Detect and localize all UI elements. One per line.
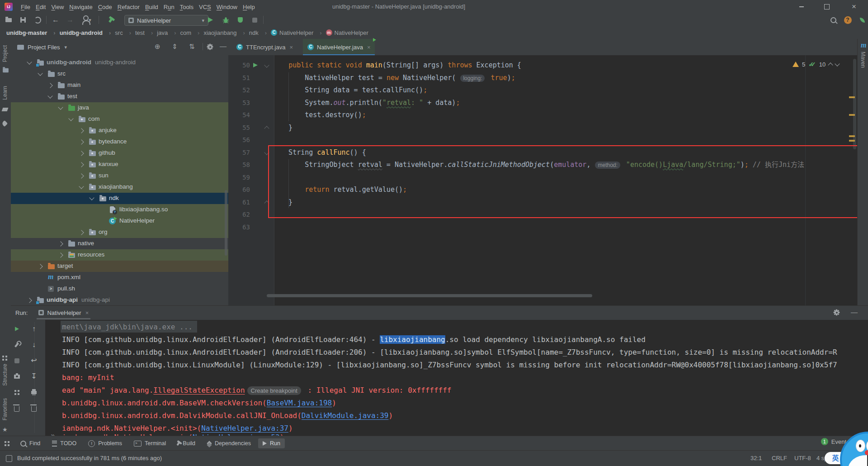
tool-windows-grid-icon[interactable] <box>5 441 9 446</box>
build-project-button[interactable] <box>105 14 117 26</box>
close-icon[interactable]: × <box>367 44 371 51</box>
fold-icon[interactable] <box>264 126 269 131</box>
gear-icon[interactable] <box>208 45 212 49</box>
down-stack-trace-button[interactable]: ↓ <box>29 340 39 350</box>
locate-file-button[interactable]: ⊕ <box>155 43 160 50</box>
tree-item-unidbg-android[interactable]: unidbg-androidunidbg-android <box>11 57 228 68</box>
edit-configuration-button[interactable] <box>12 340 22 350</box>
breadcrumb-item[interactable]: test <box>134 29 156 36</box>
tree-item-sun[interactable]: sun <box>11 170 228 181</box>
breadcrumb-item[interactable]: java <box>156 29 179 36</box>
menu-view[interactable]: View <box>48 4 66 10</box>
tree-scrollbar[interactable] <box>225 190 227 256</box>
encoding-indicator[interactable]: UTF-8 <box>794 455 811 461</box>
menu-file[interactable]: File <box>18 4 33 10</box>
soft-wrap-button[interactable]: ↩ <box>29 356 39 366</box>
tree-item-anjuke[interactable]: anjuke <box>11 125 228 136</box>
menu-help[interactable]: Help <box>240 4 258 10</box>
run-tab-nativehelper[interactable]: NativeHelper × <box>35 306 92 319</box>
debug-button[interactable] <box>220 14 231 26</box>
tree-item-ndk[interactable]: ndk <box>11 193 228 204</box>
tree-item-kanxue[interactable]: kanxue <box>11 159 228 170</box>
toolbar-find[interactable]: Find <box>16 438 45 448</box>
tab-nativehelper-java[interactable]: C NativeHelper.java × <box>303 39 375 55</box>
scroll-to-end-button[interactable]: ↧ <box>29 371 39 381</box>
breadcrumb-item[interactable]: unidbg-master <box>5 29 59 36</box>
error-stripe-mark[interactable] <box>849 96 855 98</box>
search-everywhere-button[interactable] <box>827 14 839 26</box>
tree-item-xiaojianbang[interactable]: xiaojianbang <box>11 181 228 193</box>
menu-refactor[interactable]: Refactor <box>115 4 142 10</box>
dump-threads-button[interactable] <box>12 371 22 381</box>
hide-panel-button[interactable]: — <box>220 43 226 49</box>
error-stripe-mark[interactable] <box>849 114 855 116</box>
fold-icon[interactable] <box>264 62 269 67</box>
run-with-coverage-button[interactable] <box>234 14 246 26</box>
sync-button[interactable] <box>32 14 43 26</box>
forward-button[interactable]: → <box>64 14 76 26</box>
breadcrumb-item[interactable]: ndk <box>248 29 270 36</box>
toolbar-run[interactable]: Run <box>258 438 285 448</box>
hide-panel-button[interactable]: — <box>851 309 858 315</box>
profile-button[interactable]: ▾ <box>81 14 93 26</box>
tool-stripe-learn[interactable]: Learn <box>2 86 8 100</box>
error-stripe-mark[interactable] <box>849 140 855 142</box>
ide-features-trainer-button[interactable] <box>856 14 868 26</box>
toolbar-problems[interactable]: !Problems <box>84 438 127 449</box>
menu-edit[interactable]: Edit <box>33 4 48 10</box>
tree-item-github[interactable]: github <box>11 147 228 159</box>
caret-position[interactable]: 32:1 <box>750 455 762 461</box>
tree-item-nativehelper-class[interactable]: CNativeHelper <box>11 215 228 227</box>
toolbar-terminal[interactable]: >Terminal <box>129 438 170 448</box>
tree-item-src[interactable]: src <box>11 68 228 80</box>
toolbar-dependencies[interactable]: Dependencies <box>203 438 255 448</box>
menu-vcs[interactable]: VCS <box>196 4 214 10</box>
inspections-widget[interactable]: 5 ✓✓ 10 <box>793 61 839 68</box>
breadcrumb-item-method[interactable]: mNativeHelper <box>325 29 369 36</box>
restore-layout-button[interactable] <box>12 387 22 397</box>
tool-stripe-maven[interactable]: Maven <box>860 52 866 68</box>
prev-problem-icon[interactable] <box>828 62 833 67</box>
clear-all-button[interactable] <box>12 403 22 413</box>
tree-item-target[interactable]: target <box>11 261 228 272</box>
expand-all-button[interactable]: ⇕ <box>172 43 178 50</box>
collapse-all-button[interactable]: ⇅ <box>189 43 195 50</box>
stop-process-button[interactable] <box>12 356 22 366</box>
breadcrumb-item[interactable]: unidbg-android <box>59 29 114 36</box>
menu-tools[interactable]: Tools <box>177 4 196 10</box>
minimize-button[interactable] <box>794 0 809 14</box>
menu-code[interactable]: Code <box>95 4 115 10</box>
up-stack-trace-button[interactable]: ↑ <box>29 324 39 334</box>
line-ending-indicator[interactable]: CRLF <box>772 455 787 461</box>
breadcrumb-item[interactable]: src <box>114 29 134 36</box>
stop-button[interactable] <box>249 14 260 26</box>
run-configuration-select[interactable]: NativeHelper ▾ <box>124 15 208 26</box>
menu-build[interactable]: Build <box>142 4 161 10</box>
save-all-button[interactable] <box>17 14 29 26</box>
toolbar-build[interactable]: Build <box>173 438 200 448</box>
print-button[interactable] <box>29 387 39 397</box>
tree-item-org[interactable]: org <box>11 227 228 238</box>
breadcrumb-item-class[interactable]: CNativeHelper <box>270 29 325 36</box>
tree-item-java[interactable]: java <box>11 102 228 114</box>
tool-stripe-project[interactable]: Project <box>2 45 8 62</box>
tool-stripe-favorites[interactable]: Favorites <box>2 398 8 420</box>
tree-item-resources[interactable]: resources <box>11 249 228 261</box>
code-editor[interactable]: 50 public static void main(String[] args… <box>228 55 857 305</box>
tree-item-pom-xml[interactable]: mpom.xml <box>11 272 228 283</box>
menu-window[interactable]: Window <box>214 4 240 10</box>
tree-item-main[interactable]: main <box>11 80 228 91</box>
tree-item-test[interactable]: test <box>11 91 228 102</box>
tree-item-libxiaojianbang-so[interactable]: libxiaojianbang.so <box>11 204 228 215</box>
tab-ttencrypt-java[interactable]: C TTEncrypt.java × <box>232 39 297 55</box>
breadcrumb-item[interactable]: xiaojianbang <box>203 29 248 36</box>
open-folder-button[interactable] <box>3 14 14 26</box>
error-stripe-mark[interactable] <box>849 135 855 137</box>
breadcrumb-item[interactable]: com <box>179 29 203 36</box>
menu-navigate[interactable]: Navigate <box>66 4 95 10</box>
tree-item-pull-sh[interactable]: >pull.sh <box>11 283 228 295</box>
event-log-button[interactable]: 1 Event <box>821 438 846 445</box>
run-button[interactable] <box>204 14 216 26</box>
run-gutter-icon[interactable] <box>253 63 258 67</box>
close-icon[interactable]: × <box>289 44 293 51</box>
